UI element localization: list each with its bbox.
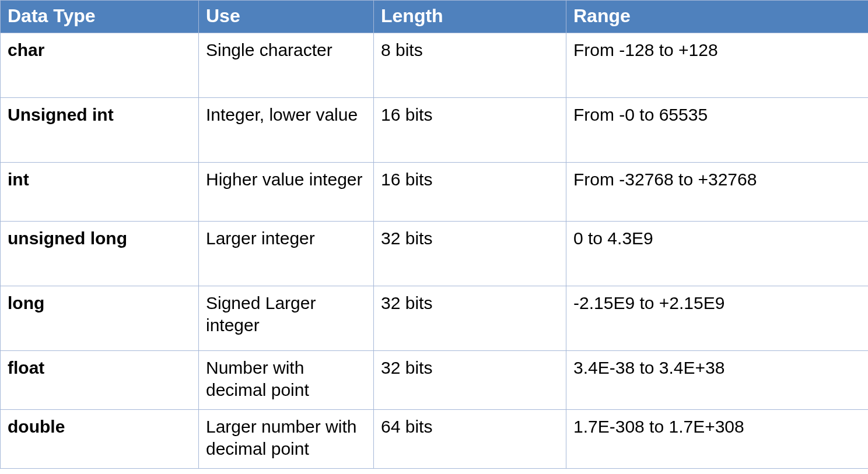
cell-data-type: long — [1, 286, 199, 351]
cell-range: From -128 to +128 — [566, 33, 869, 98]
table-row: double Larger number with decimal point … — [1, 410, 869, 469]
table-row: float Number with decimal point 32 bits … — [1, 351, 869, 410]
cell-data-type: float — [1, 351, 199, 410]
header-data-type: Data Type — [1, 1, 199, 33]
cell-use: Number with decimal point — [199, 351, 374, 410]
cell-range: 3.4E-38 to 3.4E+38 — [566, 351, 869, 410]
cell-data-type: unsigned long — [1, 222, 199, 286]
table-row: int Higher value integer 16 bits From -3… — [1, 163, 869, 222]
header-length: Length — [374, 1, 566, 33]
data-types-table: Data Type Use Length Range char Single c… — [0, 0, 868, 469]
cell-use: Single character — [199, 33, 374, 98]
table-row: long Signed Larger integer 32 bits -2.15… — [1, 286, 869, 351]
cell-range: -2.15E9 to +2.15E9 — [566, 286, 869, 351]
table-row: unsigned long Larger integer 32 bits 0 t… — [1, 222, 869, 286]
cell-length: 16 bits — [374, 163, 566, 222]
cell-use: Larger number with decimal point — [199, 410, 374, 469]
cell-data-type: double — [1, 410, 199, 469]
cell-use: Higher value integer — [199, 163, 374, 222]
header-range: Range — [566, 1, 869, 33]
cell-data-type: int — [1, 163, 199, 222]
cell-use: Signed Larger integer — [199, 286, 374, 351]
cell-data-type: Unsigned int — [1, 98, 199, 163]
header-use: Use — [199, 1, 374, 33]
cell-use: Integer, lower value — [199, 98, 374, 163]
table-header-row: Data Type Use Length Range — [1, 1, 869, 33]
cell-length: 16 bits — [374, 98, 566, 163]
table-row: char Single character 8 bits From -128 t… — [1, 33, 869, 98]
cell-range: From -32768 to +32768 — [566, 163, 869, 222]
cell-data-type: char — [1, 33, 199, 98]
cell-length: 32 bits — [374, 351, 566, 410]
cell-use: Larger integer — [199, 222, 374, 286]
cell-range: From -0 to 65535 — [566, 98, 869, 163]
cell-length: 8 bits — [374, 33, 566, 98]
cell-range: 1.7E-308 to 1.7E+308 — [566, 410, 869, 469]
cell-length: 64 bits — [374, 410, 566, 469]
table-row: Unsigned int Integer, lower value 16 bit… — [1, 98, 869, 163]
cell-range: 0 to 4.3E9 — [566, 222, 869, 286]
cell-length: 32 bits — [374, 286, 566, 351]
cell-length: 32 bits — [374, 222, 566, 286]
